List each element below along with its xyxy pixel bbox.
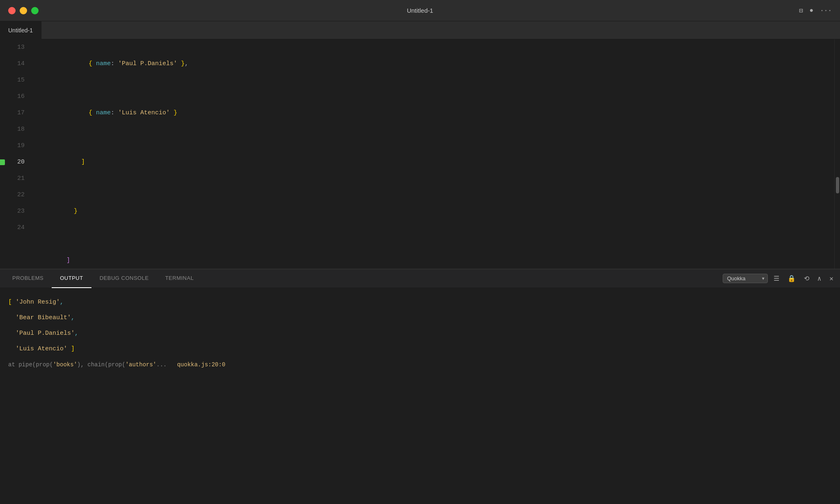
code-line-15: ]	[37, 138, 840, 187]
tab-label: Untitled-1	[8, 27, 33, 34]
close-panel-icon[interactable]: ✕	[827, 273, 836, 284]
output-line-4: 'Luis Atencio' ]	[8, 341, 832, 357]
minimize-button[interactable]	[20, 7, 27, 14]
titlebar-actions: ⊟ ● ···	[799, 7, 832, 15]
tab-debug-console[interactable]: DEBUG CONSOLE	[91, 269, 157, 288]
line-num-19: 19	[8, 138, 25, 154]
filter-icon[interactable]: ☰	[771, 273, 782, 284]
line-num-24: 24	[8, 220, 25, 236]
code-content[interactable]: { name: 'Paul P.Daniels' }, { name: 'Lui…	[33, 39, 840, 269]
tab-problems[interactable]: PROBLEMS	[4, 269, 52, 288]
panel-tab-bar: PROBLEMS OUTPUT DEBUG CONSOLE TERMINAL Q…	[0, 269, 840, 288]
line-num-14: 14	[8, 56, 25, 72]
line-num-13: 13	[8, 39, 25, 56]
line-num-16: 16	[8, 89, 25, 105]
line-num-21: 21	[8, 170, 25, 187]
titlebar: Untitled-1 ⊟ ● ···	[0, 0, 840, 21]
more-actions-icon[interactable]: ···	[820, 7, 832, 14]
code-line-17: ]	[37, 236, 840, 269]
output-line-1: [ 'John Resig',	[8, 295, 832, 310]
line-num-17: 17	[8, 105, 25, 121]
output-panel: PROBLEMS OUTPUT DEBUG CONSOLE TERMINAL Q…	[0, 269, 840, 504]
close-button[interactable]	[8, 7, 16, 14]
line-num-23: 23	[8, 203, 25, 220]
editor-area: 13 14 15 16 17 18 19 20 21 22 23 24 { na…	[0, 39, 840, 269]
window-title: Untitled-1	[407, 7, 433, 14]
code-line-14: { name: 'Luis Atencio' }	[37, 89, 840, 138]
circle-icon[interactable]: ●	[810, 7, 814, 14]
scrollbar-thumb	[836, 177, 839, 193]
editor-tab-untitled[interactable]: Untitled-1	[0, 21, 41, 39]
line-num-18: 18	[8, 121, 25, 138]
output-source-select[interactable]: Quokka Git TypeScript	[723, 274, 768, 283]
wrap-icon[interactable]: ⟲	[801, 273, 812, 284]
code-line-16: }	[37, 187, 840, 236]
code-line-13: { name: 'Paul P.Daniels' },	[37, 39, 840, 89]
tab-output[interactable]: OUTPUT	[52, 269, 91, 288]
chevron-up-icon[interactable]: ∧	[815, 273, 824, 284]
tabbar: Untitled-1	[0, 21, 840, 39]
line-numbers: 13 14 15 16 17 18 19 20 21 22 23 24	[0, 39, 33, 269]
output-source-dropdown-wrapper: Quokka Git TypeScript ▼	[723, 274, 768, 283]
split-editor-icon[interactable]: ⊟	[799, 7, 803, 15]
output-line-3: 'Paul P.Daniels',	[8, 326, 832, 341]
editor-scrollbar[interactable]	[834, 39, 840, 269]
line-num-15: 15	[8, 72, 25, 89]
panel-actions: Quokka Git TypeScript ▼ ☰ 🔒 ⟲ ∧ ✕	[723, 273, 836, 284]
tab-terminal[interactable]: TERMINAL	[157, 269, 202, 288]
lock-icon[interactable]: 🔒	[785, 273, 798, 284]
maximize-button[interactable]	[31, 7, 39, 14]
line-num-20: 20	[8, 154, 25, 170]
output-line-2: 'Bear Bibeault',	[8, 310, 832, 326]
breakpoint-indicator	[0, 159, 5, 165]
line-num-22: 22	[8, 187, 25, 203]
output-content: [ 'John Resig', 'Bear Bibeault', 'Paul P…	[0, 288, 840, 504]
window-controls	[8, 7, 39, 14]
output-line-5: at pipe(prop('books'), chain(prop('autho…	[8, 357, 832, 372]
